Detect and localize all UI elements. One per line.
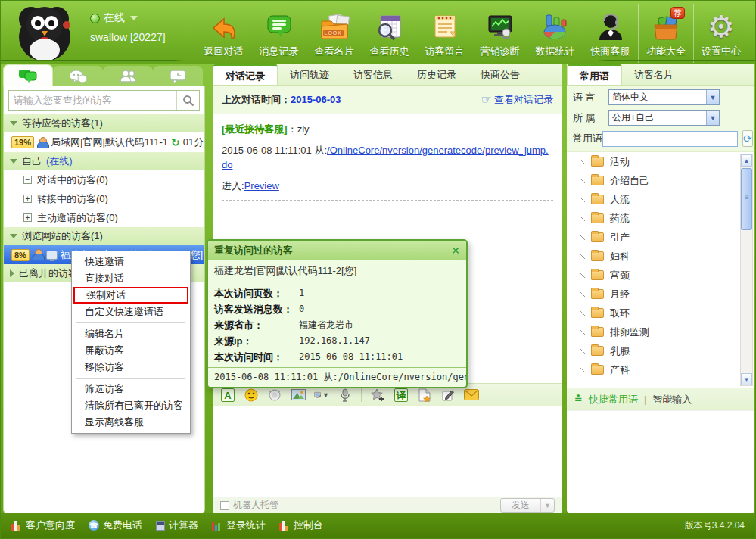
folder-row[interactable]: 宫颈 [567, 266, 754, 285]
edit-pen-icon[interactable] [440, 388, 456, 403]
scrollbar[interactable]: ▲ ▼ [740, 154, 753, 386]
search-input[interactable] [9, 92, 176, 109]
group-self[interactable]: 自己 (在线) [4, 152, 204, 170]
send-button[interactable]: 发送 ▼ [500, 498, 555, 513]
tab-chat-history[interactable] [153, 66, 203, 86]
toolbar-button-data-stats[interactable]: 数据统计 [527, 4, 583, 63]
scroll-down-icon[interactable]: ▼ [741, 373, 752, 385]
tab-common-phrases[interactable]: 常用语 [567, 64, 622, 85]
subgroup-in-chat[interactable]: − 对话中的访客(0) [4, 170, 204, 189]
statusbar-free-call[interactable]: ☎ 免费电话 [89, 519, 142, 532]
toolbar-button-all-features[interactable]: 荐 功能大全 [638, 4, 693, 63]
scrollbar-thumb[interactable] [741, 168, 752, 230]
subgroup-transferring[interactable]: + 转接中的访客(0) [4, 189, 204, 208]
voice-icon[interactable] [338, 388, 353, 403]
conversation-tabstrip: 对话记录 访问轨迹 访客信息 历史记录 快商公告 [213, 64, 562, 86]
expand-plus-icon[interactable]: + [23, 195, 32, 203]
status-selector[interactable]: 在线 [90, 11, 166, 25]
toolbar-button-view-card[interactable]: LOOK 查看名片 [306, 4, 362, 63]
belong-select[interactable]: 公用+自己 ▼ [608, 110, 720, 126]
nudge-icon[interactable] [267, 388, 282, 403]
menu-item-force-chat[interactable]: 强制对话 [86, 288, 187, 302]
folder-row[interactable]: 人流 [567, 190, 754, 209]
toolbar-button-settings[interactable]: ⚙ 设置中心 [693, 4, 748, 63]
folder-row[interactable]: 介绍自己 [567, 171, 754, 190]
tab-visitor-info[interactable]: 访客信息 [341, 64, 405, 85]
return-arrow-icon [207, 10, 241, 43]
popup-visitor-label: 福建龙岩|官网|默认代码111-2[您] [208, 260, 466, 282]
folder-row[interactable]: 产科 [567, 360, 754, 379]
enter-page-link[interactable]: Preview [244, 180, 279, 192]
menu-item-clear-left-visitors[interactable]: 清除所有已离开的访客 [72, 397, 190, 414]
folder-row[interactable]: 妇科 [567, 247, 754, 266]
smart-input-link[interactable]: 智能输入 [652, 393, 692, 407]
popup-footer-source: 2015-06-08 11:11:01 从:/OnlineCore/nversi… [208, 368, 466, 387]
quick-phrases-link[interactable]: 快捷常用语 [589, 393, 638, 407]
translate-button[interactable]: 译 [394, 388, 409, 403]
toolbar-button-message-log[interactable]: 消息记录 [251, 4, 306, 63]
statusbar-calculator[interactable]: 计算器 [156, 519, 198, 532]
tab-announcement[interactable]: 快商公告 [468, 64, 532, 85]
statusbar-login-stats[interactable]: 登录统计 [212, 519, 266, 532]
refresh-icon[interactable]: ⟳ [742, 130, 753, 147]
quick-file-icon[interactable] [417, 388, 432, 403]
toolbar-button-kuaishang-service[interactable]: 快商客服 [583, 4, 638, 63]
view-chat-record-link[interactable]: 查看对话记录 [494, 93, 553, 107]
send-dropdown-icon[interactable]: ▼ [541, 502, 554, 509]
menu-item-show-offline-agents[interactable]: 显示离线客服 [72, 414, 190, 431]
visitor-row-waiting[interactable]: 19% 局域网|官网|默认代码111-1 ↻ 01分 [4, 132, 204, 152]
menu-item-quick-invite[interactable]: 快速邀请 [72, 254, 190, 270]
folder-row[interactable]: 乳腺 [567, 341, 754, 360]
settings-gear-icon: ⚙ [704, 10, 739, 43]
message-input-area[interactable] [213, 406, 562, 497]
font-button[interactable]: A [220, 388, 235, 403]
favorite-add-icon[interactable] [370, 388, 385, 403]
menu-item-edit-card[interactable]: 编辑名片 [72, 326, 190, 342]
statusbar-console[interactable]: 控制台 [279, 519, 323, 532]
language-select[interactable]: 简体中文 ▼ [608, 89, 720, 105]
tab-contacts[interactable] [103, 66, 153, 86]
phrase-search-input[interactable] [602, 131, 738, 147]
statusbar-customer-intent[interactable]: 客户意向度 [11, 519, 75, 532]
menu-item-remove-visitor[interactable]: 移除访客 [72, 359, 190, 375]
menu-item-direct-chat[interactable]: 直接对话 [72, 270, 190, 287]
send-mail-icon[interactable] [464, 388, 479, 403]
group-waiting-visitors[interactable]: 等待应答的访客(1) [4, 114, 204, 132]
search-icon[interactable] [176, 91, 199, 110]
collapse-minus-icon[interactable]: − [23, 176, 32, 184]
folder-row[interactable]: 取环 [567, 304, 754, 322]
menu-divider [76, 378, 185, 379]
screenshot-icon[interactable]: ▼ [314, 388, 329, 403]
visit-from-label: 从: [314, 145, 327, 156]
toolbar-button-visitor-message[interactable]: 访客留言 [417, 4, 472, 63]
toolbar-button-view-history[interactable]: 查看历史 [362, 4, 417, 63]
robot-checkbox[interactable] [220, 501, 229, 510]
enter-page-line: 进入:Preview [222, 179, 553, 193]
expand-plus-icon[interactable]: + [23, 213, 32, 222]
folder-row[interactable]: 引产 [567, 228, 754, 247]
scroll-up-icon[interactable]: ▲ [741, 154, 752, 167]
folder-row[interactable]: 排卵监测 [567, 322, 754, 341]
tab-visitor-card[interactable]: 访客名片 [622, 64, 686, 85]
tab-chat-record[interactable]: 对话记录 [213, 64, 278, 85]
close-icon[interactable]: ✕ [451, 245, 460, 257]
toolbar-button-marketing-diagnosis[interactable]: 营销诊断 [472, 4, 527, 63]
folder-row[interactable]: 药流 [567, 209, 754, 228]
tab-history-record[interactable]: 历史记录 [405, 64, 468, 85]
group-browsing-visitors[interactable]: 浏览网站的访客(1) [4, 227, 204, 245]
pointing-hand-icon: ☞ [481, 92, 492, 107]
menu-item-custom-invite-text[interactable]: 自定义快速邀请语 [72, 304, 190, 320]
subgroup-invited[interactable]: + 主动邀请的访客(0) [4, 208, 204, 227]
folder-row[interactable]: 月经 [567, 285, 754, 304]
belong-label: 所 属 [573, 111, 608, 125]
tab-visitors[interactable] [3, 64, 53, 86]
menu-item-block-visitor[interactable]: 屏蔽访客 [72, 342, 190, 359]
feature-box-icon: 荐 [649, 10, 683, 43]
tab-wechat[interactable] [53, 66, 103, 86]
toolbar-button-return-chat[interactable]: 返回对话 [196, 4, 251, 63]
image-icon[interactable] [291, 388, 306, 403]
menu-item-filter-visitors[interactable]: 筛选访客 [72, 381, 190, 397]
emoticon-icon[interactable] [244, 388, 259, 403]
tab-visit-trail[interactable]: 访问轨迹 [278, 64, 341, 85]
folder-row[interactable]: 活动 [567, 152, 754, 171]
